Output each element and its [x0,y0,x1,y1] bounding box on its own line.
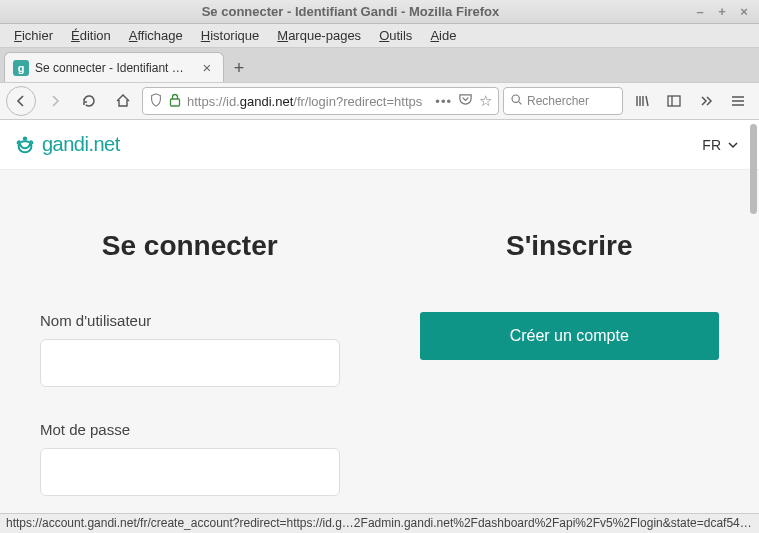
tab-close-button[interactable]: × [199,60,215,75]
menu-file[interactable]: Fichier [6,26,61,45]
arrow-right-icon [47,93,63,109]
bookmark-star-icon[interactable]: ☆ [479,92,492,110]
chevron-down-icon [727,139,739,151]
back-button[interactable] [6,86,36,116]
window-title: Se connecter - Identifiant Gandi - Mozil… [8,4,693,19]
brand-name: gandi.net [42,133,120,156]
library-button[interactable] [627,86,657,116]
password-label: Mot de passe [40,421,340,438]
menu-bar: Fichier Édition Affichage Historique Mar… [0,24,759,48]
url-text: https://id.gandi.net/fr/login?redirect=h… [187,94,429,109]
username-label: Nom d'utilisateur [40,312,340,329]
password-input[interactable] [40,448,340,496]
signup-heading: S'inscrire [420,230,720,262]
window-controls: – + × [693,4,751,19]
menu-edit[interactable]: Édition [63,26,119,45]
svg-point-3 [23,136,27,140]
brand[interactable]: gandi.net [14,133,120,156]
menu-history[interactable]: Historique [193,26,268,45]
hamburger-icon [730,93,746,109]
sidebar-button[interactable] [659,86,689,116]
new-tab-button[interactable]: + [224,54,254,82]
home-button[interactable] [108,86,138,116]
arrow-left-icon [13,93,29,109]
reload-button[interactable] [74,86,104,116]
svg-rect-0 [171,99,180,106]
status-bar: https://account.gandi.net/fr/create_acco… [0,513,759,533]
gandi-logo-icon [14,134,36,156]
window-titlebar: Se connecter - Identifiant Gandi - Mozil… [0,0,759,24]
window-maximize-button[interactable]: + [715,4,729,19]
login-column: Se connecter Nom d'utilisateur Mot de pa… [40,230,340,513]
page-body: Se connecter Nom d'utilisateur Mot de pa… [0,170,759,513]
site-header: gandi.net FR [0,120,759,170]
create-account-button[interactable]: Créer un compte [420,312,720,360]
signup-column: S'inscrire Créer un compte [420,230,720,513]
search-icon [510,93,523,109]
login-heading: Se connecter [40,230,340,262]
forward-button[interactable] [40,86,70,116]
window-close-button[interactable]: × [737,4,751,19]
browser-tab[interactable]: g Se connecter - Identifiant Gandi × [4,52,224,82]
overflow-button[interactable] [691,86,721,116]
status-url: https://account.gandi.net/fr/create_acco… [6,516,759,530]
library-icon [634,93,650,109]
app-menu-button[interactable] [723,86,753,116]
window-minimize-button[interactable]: – [693,4,707,19]
menu-bookmarks[interactable]: Marque-pages [269,26,369,45]
home-icon [115,93,131,109]
page-viewport: gandi.net FR Se connecter Nom d'utilisat… [0,120,759,513]
reload-icon [81,93,97,109]
chevron-double-right-icon [698,93,714,109]
username-input[interactable] [40,339,340,387]
tracking-shield-icon[interactable] [149,93,163,110]
language-switcher[interactable]: FR [702,137,739,153]
page-actions-button[interactable]: ••• [435,94,452,109]
search-bar[interactable]: Rechercher [503,87,623,115]
tab-strip: g Se connecter - Identifiant Gandi × + [0,48,759,82]
menu-help[interactable]: Aide [422,26,464,45]
menu-tools[interactable]: Outils [371,26,420,45]
gandi-favicon-icon: g [13,60,29,76]
language-label: FR [702,137,721,153]
sidebar-icon [666,93,682,109]
toolbar-right [627,86,753,116]
svg-rect-2 [668,96,680,106]
svg-point-1 [512,95,519,102]
tab-title: Se connecter - Identifiant Gandi [35,61,193,75]
address-bar[interactable]: https://id.gandi.net/fr/login?redirect=h… [142,87,499,115]
pocket-icon[interactable] [458,92,473,110]
navigation-toolbar: https://id.gandi.net/fr/login?redirect=h… [0,82,759,120]
lock-icon[interactable] [169,93,181,110]
menu-view[interactable]: Affichage [121,26,191,45]
search-placeholder: Rechercher [527,94,589,108]
